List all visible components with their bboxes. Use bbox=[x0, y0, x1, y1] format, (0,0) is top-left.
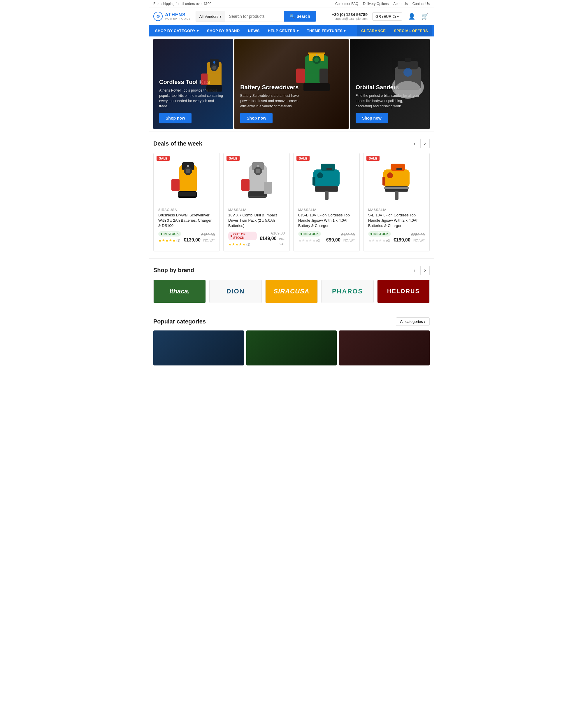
brand-helorus[interactable]: HELORUS bbox=[377, 280, 430, 303]
brands-grid: Ithaca. DION SIRACUSA PHAROS HELORUS bbox=[153, 280, 430, 303]
product-price-new-4: €199,00 INC. VAT bbox=[393, 237, 425, 243]
product-name-3: 8JS-B 18V Li-ion Cordless Top Handle Jig… bbox=[298, 213, 355, 229]
deals-title: Deals of the week bbox=[153, 140, 202, 147]
hero-banner-screwdrivers: Battery Screwdrivers Battery Screwdriver… bbox=[234, 39, 348, 129]
product-status-2: OUT OF STOCK bbox=[228, 232, 257, 240]
categories-section: Popular categories All categories › bbox=[149, 310, 434, 372]
svg-rect-5 bbox=[201, 74, 207, 85]
product-name-2: 18V XR Combi Drill & Impact Driver Twin … bbox=[228, 213, 285, 229]
product-img-3 bbox=[298, 158, 355, 205]
product-status-1: IN STOCK bbox=[158, 231, 181, 237]
nav-theme-features[interactable]: THEME FEATURES ▾ bbox=[303, 25, 350, 36]
nav-shop-by-category[interactable]: SHOP BY CATEGORY ▾ bbox=[151, 25, 203, 36]
category-card-3[interactable] bbox=[339, 331, 430, 365]
brands-prev-btn[interactable]: ‹ bbox=[410, 266, 419, 275]
category-card-2[interactable] bbox=[246, 331, 337, 365]
product-footer-1: IN STOCK ★★★★★(1) €159,00 €139,00 INC. V… bbox=[158, 231, 215, 243]
brands-next-btn[interactable]: › bbox=[420, 266, 430, 275]
categories-header: Popular categories All categories › bbox=[153, 317, 430, 326]
header-icons: 👤 🛒 bbox=[407, 12, 430, 21]
brand-dion-label: DION bbox=[226, 288, 245, 295]
product-brand-3: MASSALIA bbox=[298, 208, 355, 211]
product-stars-2: ★★★★★(1) bbox=[228, 242, 257, 246]
about-us-link[interactable]: About Us bbox=[393, 2, 408, 6]
products-grid: SALE SIRACUSA Brushless Drywall Screwdri… bbox=[153, 153, 430, 252]
deals-next-btn[interactable]: › bbox=[420, 139, 430, 148]
all-categories-button[interactable]: All categories › bbox=[396, 317, 430, 326]
product-footer-3: IN STOCK ★★★★★(0) €129,00 €99,00 INC. VA… bbox=[298, 231, 355, 243]
currency-chevron-icon: ▾ bbox=[397, 14, 399, 19]
deals-prev-btn[interactable]: ‹ bbox=[410, 139, 419, 148]
delivery-options-link[interactable]: Delivery Options bbox=[363, 2, 389, 6]
svg-rect-35 bbox=[241, 179, 250, 191]
drill-gray-svg bbox=[236, 161, 277, 202]
nav-clearance-label: CLEARANCE bbox=[361, 29, 386, 33]
search-button[interactable]: 🔍 Search bbox=[284, 11, 316, 22]
svg-rect-45 bbox=[312, 177, 315, 185]
jigsaw-blue-svg bbox=[306, 161, 347, 202]
brands-section: Shop by brand ‹ › Ithaca. DION SIRACUSA … bbox=[149, 259, 434, 310]
customer-faq-link[interactable]: Customer FAQ bbox=[335, 2, 358, 6]
categories-grid bbox=[153, 331, 430, 365]
svg-point-6 bbox=[213, 61, 215, 63]
svg-rect-11 bbox=[303, 83, 330, 91]
product-brand-4: MASSALIA bbox=[368, 208, 425, 211]
search-button-label: Search bbox=[297, 14, 310, 19]
brand-ithaca[interactable]: Ithaca. bbox=[153, 280, 206, 303]
product-card-3[interactable]: SALE MASSALIA 8JS-B 18V Li-ion Cordless … bbox=[293, 153, 360, 252]
banner-screwdrivers-btn[interactable]: Shop now bbox=[240, 113, 273, 123]
hero-banner-sanders: Orbital Sanders Find the perfect orbital… bbox=[350, 39, 430, 129]
screwdriver-image bbox=[287, 52, 346, 105]
product-card-4[interactable]: SALE MASSALIA S-B 18V Li-ion Cordless To… bbox=[363, 153, 430, 252]
product-stars-1: ★★★★★(1) bbox=[158, 238, 181, 243]
hero-banner-cordless: Cordless Tool Kits Athens Power Tools pr… bbox=[153, 39, 233, 129]
nav-theme-features-label: THEME FEATURES bbox=[307, 29, 342, 33]
currency-selector[interactable]: GR (EUR €) ▾ bbox=[372, 12, 402, 21]
search-input[interactable] bbox=[225, 11, 284, 22]
brands-title: Shop by brand bbox=[153, 267, 194, 274]
brand-helorus-label: HELORUS bbox=[387, 288, 420, 294]
product-name-1: Brushless Drywall Screwdriver With 3 x 2… bbox=[158, 213, 215, 229]
nav-shop-by-brand[interactable]: SHOP BY BRAND bbox=[203, 25, 244, 36]
logo[interactable]: ⚙ ATHENS POWER TOOLS bbox=[153, 12, 191, 21]
product-brand-2: MASSALIA bbox=[228, 208, 285, 211]
svg-rect-27 bbox=[171, 179, 179, 191]
product-status-4: IN STOCK bbox=[368, 231, 391, 237]
brand-dion[interactable]: DION bbox=[209, 280, 262, 303]
svg-rect-38 bbox=[264, 182, 272, 194]
nav-special-offers[interactable]: SPECIAL OFFERS bbox=[390, 25, 432, 36]
vendor-dropdown[interactable]: All Vendors ▾ bbox=[196, 11, 226, 22]
nav-news[interactable]: NEWS bbox=[244, 25, 264, 36]
cart-button[interactable]: 🛒 bbox=[420, 12, 430, 21]
category-card-1[interactable] bbox=[153, 331, 244, 365]
svg-rect-28 bbox=[178, 192, 196, 196]
banner-cordless-btn[interactable]: Shop now bbox=[159, 113, 192, 123]
banner-sanders-btn[interactable]: Shop now bbox=[356, 113, 388, 123]
product-card-1[interactable]: SALE SIRACUSA Brushless Drywall Screwdri… bbox=[153, 153, 220, 252]
svg-point-3 bbox=[212, 66, 216, 70]
nav-clearance[interactable]: CLEARANCE bbox=[357, 25, 390, 36]
product-price-old-1: €159,00 bbox=[184, 232, 215, 237]
nav-shop-by-category-chevron-icon: ▾ bbox=[197, 29, 199, 33]
status-dot-3 bbox=[301, 233, 302, 235]
deals-nav: ‹ › bbox=[410, 139, 430, 148]
brand-pharos[interactable]: PHAROS bbox=[321, 280, 374, 303]
svg-rect-36 bbox=[248, 192, 267, 196]
svg-rect-12 bbox=[296, 69, 305, 83]
nav-theme-features-chevron-icon: ▾ bbox=[344, 29, 346, 33]
svg-rect-49 bbox=[395, 191, 398, 200]
product-card-2[interactable]: SALE MASSALIA 18V XR Combi Drill & Impac… bbox=[223, 153, 290, 252]
jigsaw-yellow-svg bbox=[376, 161, 417, 202]
brand-siracusa[interactable]: SIRACUSA bbox=[265, 280, 318, 303]
user-account-button[interactable]: 👤 bbox=[407, 12, 417, 21]
svg-rect-44 bbox=[327, 168, 332, 170]
product-price-new-2: €149,00 INC. VAT bbox=[257, 236, 285, 246]
svg-rect-39 bbox=[313, 170, 340, 187]
product-price-old-4: €259,00 bbox=[393, 232, 425, 237]
product-price-new-1: €139,00 INC. VAT bbox=[184, 237, 215, 243]
contact-us-link[interactable]: Contact Us bbox=[413, 2, 430, 6]
svg-point-37 bbox=[257, 165, 259, 167]
svg-rect-41 bbox=[315, 186, 338, 192]
nav-help-center[interactable]: HELP CENTER ▾ bbox=[264, 25, 303, 36]
all-categories-label: All categories bbox=[400, 319, 423, 324]
